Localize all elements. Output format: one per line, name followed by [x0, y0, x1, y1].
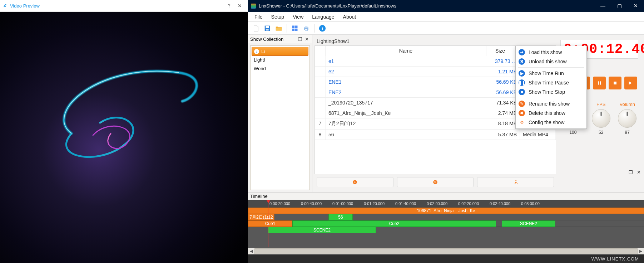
- row-index: [315, 56, 326, 66]
- panel-float-icon[interactable]: ❐: [297, 36, 303, 42]
- dial-icon[interactable]: [592, 109, 610, 128]
- svg-rect-3: [292, 25, 295, 28]
- printer-icon[interactable]: [301, 23, 311, 33]
- menu-setup[interactable]: Setup: [267, 13, 289, 20]
- unload-icon: ✖: [519, 58, 525, 65]
- new-file-icon[interactable]: [251, 23, 261, 33]
- clip-scene2[interactable]: SCENE2: [502, 220, 555, 227]
- clip-cue2[interactable]: Cue2: [292, 220, 496, 227]
- timeline-header: Timeline: [248, 192, 644, 200]
- row-name: 7月2日(1)12: [326, 118, 492, 129]
- ruler-tick: 0:02:40.000: [490, 201, 510, 206]
- timeline-title: Timeline: [250, 194, 268, 199]
- ctx-rename-show[interactable]: ✎Rename this show: [516, 99, 586, 108]
- menu-file[interactable]: File: [250, 13, 267, 20]
- close-button[interactable]: ✕: [628, 0, 644, 12]
- maximize-button[interactable]: ▢: [611, 0, 628, 12]
- play-icon: ▶: [519, 70, 525, 77]
- row-index: 7: [315, 118, 326, 129]
- show-collection-panel: Show Collection ❐ ✕ ♪ Li Lighti Wond: [248, 35, 312, 192]
- row-name: ENE2: [326, 87, 492, 97]
- clear-cues-button[interactable]: [477, 177, 554, 187]
- ctx-delete-show[interactable]: ✖Delete this show: [516, 108, 586, 118]
- menu-view[interactable]: View: [288, 13, 308, 20]
- clip-july[interactable]: 7月2日(1)12: [248, 214, 274, 220]
- panel-float-icon[interactable]: ❐: [628, 170, 634, 175]
- row-index: [315, 98, 326, 108]
- ctx-unload-show[interactable]: ✖Unload this show: [516, 57, 586, 66]
- next-button[interactable]: [624, 77, 637, 89]
- help-button[interactable]: ?: [224, 3, 234, 9]
- svg-text:i: i: [322, 25, 323, 31]
- pause-icon: ❚❚: [519, 79, 525, 86]
- minimize-button[interactable]: —: [595, 0, 611, 12]
- panel-close-icon[interactable]: ✕: [303, 36, 310, 42]
- rename-icon: ✎: [519, 101, 525, 107]
- ctx-show-run[interactable]: ▶Show Time Run: [516, 69, 586, 78]
- ctx-load-show[interactable]: ➜Load this show: [516, 48, 586, 57]
- info-icon[interactable]: i: [317, 23, 327, 33]
- timeline-track-1[interactable]: 106871_Afro_Ninja__Josh_Ke: [248, 208, 644, 214]
- ctx-show-stop[interactable]: ■Show Time Stop: [516, 87, 586, 97]
- show-collection-title: Show Collection: [250, 36, 297, 42]
- show-list[interactable]: ♪ Li Lighti Wond: [250, 45, 310, 190]
- ruler-tick: 0:02:00.000: [427, 201, 447, 206]
- svg-rect-8: [305, 26, 308, 28]
- show-item-selected[interactable]: ♪ Li: [252, 47, 308, 56]
- app-titlebar: LnxShower - C:/Users/liufe/Documents/Lnx…: [248, 0, 644, 12]
- panel-close-icon[interactable]: ✕: [635, 170, 642, 175]
- menu-language[interactable]: Language: [308, 13, 338, 20]
- col-size[interactable]: Size: [486, 46, 514, 56]
- close-button[interactable]: ✕: [234, 3, 245, 9]
- menubar: File Setup View Language About: [248, 12, 644, 22]
- ctx-show-pause[interactable]: ❚❚Show Time Pause: [516, 78, 586, 87]
- app-title: LnxShower - C:/Users/liufe/Documents/Lnx…: [259, 3, 595, 9]
- footer-link[interactable]: WWW.LINETX.COM: [591, 256, 639, 262]
- fps-knob[interactable]: FPS 52: [592, 102, 610, 135]
- volume-knob[interactable]: Volumn 97: [618, 102, 636, 135]
- save-icon[interactable]: [262, 23, 272, 33]
- clip-cue1[interactable]: Cue1: [248, 220, 292, 227]
- stop-icon: ■: [519, 89, 525, 95]
- apps-grid-icon[interactable]: [290, 23, 300, 33]
- timeline-scrollbar[interactable]: ◂ ▸: [248, 248, 644, 254]
- knob-value: 100: [569, 130, 576, 135]
- clip-56[interactable]: 56: [328, 214, 353, 220]
- timeline-ruler[interactable]: 0:00:20.0000:00:40.0000:01:00.0000:01:20…: [248, 200, 644, 208]
- table-row[interactable]: 8565.37 MBMedia MP4: [315, 130, 556, 140]
- svg-rect-9: [305, 29, 308, 30]
- row-size: 5.37 MB: [492, 130, 520, 140]
- row-name: 56: [326, 130, 492, 140]
- menu-about[interactable]: About: [339, 13, 361, 20]
- open-folder-icon[interactable]: [274, 23, 284, 33]
- row-index: 8: [315, 130, 326, 140]
- show-item[interactable]: Lighti: [252, 56, 308, 64]
- ruler-tick: 0:00:40.000: [301, 201, 322, 206]
- playhead[interactable]: [268, 200, 268, 247]
- show-item[interactable]: Wond: [252, 64, 308, 73]
- scroll-right-icon[interactable]: ▸: [638, 248, 644, 254]
- dial-icon[interactable]: [618, 109, 636, 128]
- clip-scene2b[interactable]: SCENE2: [268, 227, 376, 233]
- scroll-left-icon[interactable]: ◂: [248, 248, 254, 254]
- app-logo-icon: [251, 4, 256, 9]
- menu-separator: [518, 67, 584, 68]
- video-preview-titlebar: Video Preview ? ✕: [0, 0, 248, 12]
- knob-value: 52: [599, 130, 603, 135]
- stop-button[interactable]: [609, 77, 621, 89]
- timeline-track-3[interactable]: Cue1 Cue2 SCENE2: [248, 220, 644, 227]
- timeline-track-4[interactable]: SCENE2: [248, 227, 644, 233]
- add-cue-button[interactable]: [317, 177, 393, 187]
- row-name: e1: [326, 56, 492, 66]
- row-index: [315, 77, 326, 87]
- ctx-config-show[interactable]: ⚙Config the show: [516, 118, 586, 127]
- row-name: ENE1: [326, 77, 492, 87]
- col-name[interactable]: Name: [326, 46, 486, 56]
- timeline-track-2[interactable]: 7月2日(1)12 56: [248, 214, 644, 220]
- remove-cue-button[interactable]: [397, 177, 474, 187]
- pause-button[interactable]: [593, 77, 606, 89]
- timeline[interactable]: 0:00:20.0000:00:40.0000:01:00.0000:01:20…: [248, 200, 644, 254]
- video-preview-viewport: [0, 12, 248, 263]
- scroll-thumb[interactable]: [254, 248, 638, 254]
- clip-afro[interactable]: 106871_Afro_Ninja__Josh_Ke: [248, 208, 644, 214]
